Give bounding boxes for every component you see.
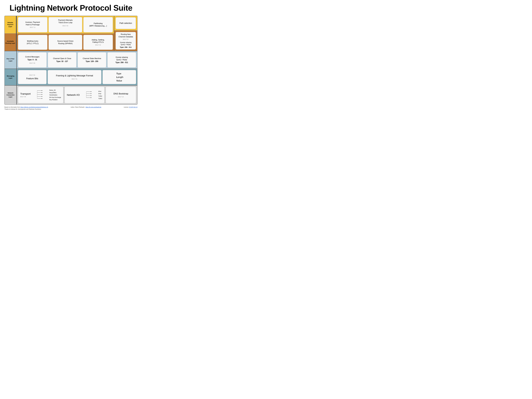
channel-open-card: Channel Open & Close Type: 32 - 127 [48, 52, 76, 68]
footer-right-text: Licence: [124, 106, 129, 108]
htlc-title: Adding, Settling,Failing HTLCs [92, 39, 105, 44]
footer-center-link[interactable]: https://ln.rene-pickhardt.de [86, 106, 101, 108]
control-title: Control Messages [25, 56, 39, 58]
gossip-type: Type: 256 - 511 [120, 46, 132, 48]
framing-card: Framing & Lightning Message Format BOLT … [48, 70, 101, 84]
dns-subtitle: BOLT 10 [118, 96, 124, 98]
tlv-card: Type Length Value [102, 70, 136, 84]
channel-open-title: Channel Open & Close [53, 57, 71, 60]
transport-items: Noise_XK Secp256k1 Handshakes DH Key Exc… [49, 89, 61, 101]
p2p-layer-label: Peer 2 PeerLayer [5, 51, 17, 69]
p2p-content: Control Messages Type: 0 - 31 BOLT 09 Ch… [17, 51, 137, 69]
transport-arrows [37, 89, 43, 101]
path-selection-card: Path selection [116, 17, 136, 29]
svg-marker-19 [91, 97, 92, 98]
sphinx-card: Source based OnionRouting (SPHINX) [49, 35, 82, 50]
reliable-layer-label: Reliable Payment Layer [5, 16, 16, 34]
multihop-card: Multihop locks(HTLC / PTLC) [18, 35, 47, 50]
footer-left: Based on information from https://github… [4, 106, 48, 108]
network-io-item-4: TOR3 [98, 98, 102, 100]
multihop-title: Multihop locks(HTLC / PTLC) [27, 40, 38, 45]
invoices-subtitle: BOLT 11 [30, 26, 35, 28]
payment-attempts-subtitle: BOLT 04 [63, 25, 68, 27]
footer-license-link[interactable]: CC-BY-SA 4.0 [129, 106, 137, 108]
right-panel-rows12: Path selection Routing feesChannel metad… [114, 16, 137, 51]
network-io-title: Network I/O [67, 93, 80, 97]
network-layer-label: NetworkConnectionLayer [5, 86, 17, 104]
footer-left-text: Based on information from [4, 106, 20, 108]
svg-marker-16 [91, 91, 92, 92]
gossip-title: Gossip relayingQuery / Reply [120, 41, 132, 46]
svg-marker-7 [42, 92, 43, 93]
gossip-relay-title: Gossip relayingQuery / Reply [116, 56, 128, 61]
feature-bits-card: BOLT 09 Feature Bits [18, 70, 47, 84]
dns-card: DNS Bootstrap BOLT 10 [106, 87, 136, 103]
network-io-item-2: IPv6 [98, 93, 101, 95]
network-io-item-1: IPv4 [98, 90, 101, 92]
transport-title: Transport [20, 92, 31, 95]
p2p-row: Peer 2 PeerLayer Control Messages Type: … [5, 51, 137, 69]
footer: Based on information from https://github… [4, 106, 137, 110]
footer-center-text: Author: Rene Pickhardt - [71, 106, 86, 108]
channel-state-card: Channel State Machine Type: 128 - 255 [78, 52, 106, 68]
routing-fees-card: Routing feesChannel metadata BOLT 07 Gos… [116, 32, 136, 50]
framing-title: Framing & Lightning Message Format [56, 74, 93, 77]
path-selection-title: Path selection [120, 22, 132, 25]
control-subtitle: BOLT 09 [30, 62, 35, 64]
payment-attempts-card: Payment AttemptsTrial & Error Loop BOLT … [49, 17, 82, 32]
framing-subtitle: BOLT 01 [72, 78, 77, 80]
svg-marker-9 [42, 96, 43, 97]
messaging-row: MessagingLayer BOLT 09 Feature Bits Fram… [5, 69, 137, 86]
feature-bolt-sub: BOLT 09 [29, 74, 35, 76]
reliable-content: Invoices: PaymentHash & Preimage BOLT 11… [17, 16, 114, 34]
dns-title: DNS Bootstrap [114, 92, 128, 95]
gossip-card-p2p: Gossip relayingQuery / Reply Type: 256 -… [108, 52, 136, 68]
diagram: Reliable Payment Layer Unreliable Routin… [4, 16, 137, 105]
routing-fees-title: Routing feesChannel metadata [119, 33, 133, 38]
network-io-arrows [86, 91, 92, 99]
channel-state-title: Channel State Machine [83, 57, 101, 60]
svg-marker-6 [42, 90, 43, 91]
network-io-item-3: TOR2 [98, 95, 102, 97]
payment-attempts-title: Payment AttemptsTrial & Error Loop [58, 19, 73, 24]
footer-center: Author: Rene Pickhardt - https://ln.rene… [71, 106, 101, 108]
pathfinding-title: Pathfinding(MPP, Rebalancing,...) [89, 22, 107, 27]
svg-marker-10 [42, 98, 43, 99]
routing-fees-subtitle: BOLT 07 [123, 38, 129, 40]
transport-item-2: Secp256k1 [49, 92, 57, 94]
network-content: Transport BOLT 08 [17, 86, 137, 104]
network-io-card: Network I/O IPv4 [64, 87, 105, 103]
invoices-title: Invoices: PaymentHash & Preimage [25, 21, 40, 26]
page-title: Lightning Network Protocol Suite [4, 3, 137, 13]
messaging-layer-label: MessagingLayer [5, 69, 17, 85]
channel-state-type: Type: 128 - 255 [86, 60, 98, 63]
channel-open-type: Type: 32 - 127 [56, 60, 68, 63]
footer-left-link[interactable]: https://github.com/lightningnetwork/ligh… [20, 106, 48, 108]
svg-marker-18 [91, 95, 92, 96]
messaging-content: BOLT 09 Feature Bits Framing & Lightning… [17, 69, 137, 85]
unreliable-layer-label: Unreliable Routing Layer [5, 34, 16, 51]
tlv-title: Type Length Value [115, 72, 123, 82]
network-row: NetworkConnectionLayer Transport BOLT 08 [5, 86, 137, 104]
gossip-relay-type: Type: 256 - 511 [115, 61, 128, 64]
control-type: Type: 0 - 31 [27, 58, 37, 61]
sphinx-title: Source based OnionRouting (SPHINX) [57, 40, 74, 45]
transport-item-1: Noise_XK [49, 89, 56, 91]
routing-fees-section: Routing feesChannel metadata BOLT 07 Gos… [114, 31, 137, 51]
transport-item-5: Key Rotation [49, 99, 57, 101]
feature-bits-title: Feature Bits [26, 77, 38, 80]
htlc-subtitle: BOLT 02 [95, 44, 101, 46]
footer-thanks: Thanks to Andreas M. Antonopoulos and Ol… [4, 108, 137, 110]
footer-right: Licence: CC-BY-SA 4.0 [124, 106, 137, 108]
unreliable-content: Multihop locks(HTLC / PTLC) Source based… [17, 34, 114, 51]
transport-item-3: Handshakes [49, 94, 57, 96]
svg-marker-8 [42, 94, 43, 95]
transport-card: Transport BOLT 08 [18, 87, 63, 103]
svg-marker-17 [91, 93, 92, 94]
invoices-card: Invoices: PaymentHash & Preimage BOLT 11 [18, 17, 47, 32]
control-messages-card: Control Messages Type: 0 - 31 BOLT 09 [18, 52, 47, 68]
pathfinding-card: Pathfinding(MPP, Rebalancing,...) [83, 17, 113, 32]
transport-subtitle: BOLT 08 [20, 96, 26, 98]
htlc-card: Adding, Settling,Failing HTLCs BOLT 02 [83, 35, 113, 50]
path-selection-section: Path selection [114, 16, 137, 31]
